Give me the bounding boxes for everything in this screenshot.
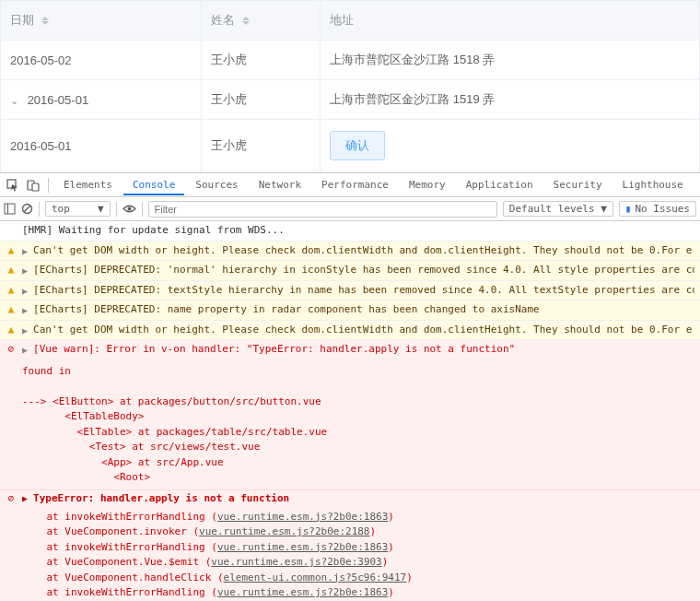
data-table: 日期 姓名 地址 2016-05-02 王小虎 上海市普陀区金沙江路 1518 …	[0, 0, 700, 172]
tab-memory[interactable]: Memory	[400, 174, 455, 195]
filter-input[interactable]	[148, 201, 497, 218]
log-message: [ECharts] DEPRECATED: name property in r…	[33, 302, 694, 318]
trace-line: at VueComponent.invoker (vue.runtime.esm…	[22, 524, 694, 540]
sort-icon[interactable]	[242, 17, 250, 25]
expand-arrow-icon[interactable]: ▶	[22, 342, 28, 357]
devtools-tabs: Elements Console Sources Network Perform…	[0, 173, 700, 197]
trace-location-link[interactable]: vue.runtime.esm.js?2b0e:3903	[211, 556, 381, 568]
error-icon: ⊘	[6, 492, 17, 504]
expand-arrow-icon[interactable]: ▶	[22, 323, 28, 337]
issues-label: No Issues	[635, 203, 690, 215]
log-error[interactable]: ⊘ ▶ TypeError: handler.apply is not a fu…	[0, 490, 700, 506]
device-toggle-icon[interactable]	[24, 176, 42, 194]
trace-line: at VueComponent.Vue.$emit (vue.runtime.e…	[22, 555, 694, 571]
header-label: 姓名	[211, 13, 235, 27]
trace-location-link[interactable]: element-ui.common.js?5c96:9417	[224, 572, 407, 583]
trace-line: at VueComponent.handleClick (element-ui.…	[22, 571, 694, 586]
console-toolbar: top ▼ Default levels ▼ ▮ No Issues	[0, 197, 700, 221]
cell-name: 王小虎	[211, 53, 247, 66]
log-warn[interactable]: ▲ ▶ [ECharts] DEPRECATED: name property …	[0, 300, 700, 321]
expand-arrow-icon[interactable]: ▶	[22, 263, 28, 277]
issues-button[interactable]: ▮ No Issues	[619, 201, 696, 217]
tab-performance[interactable]: Performance	[312, 174, 398, 195]
context-selector[interactable]: top ▼	[45, 201, 111, 217]
trace-fn: at VueComponent.handleClick (	[22, 572, 224, 583]
table-row[interactable]: 2016-05-01 王小虎 确认	[1, 120, 700, 172]
header-label: 地址	[330, 13, 354, 27]
trace-fn: at VueComponent.Vue.$emit (	[22, 556, 211, 568]
log-info[interactable]: [HMR] Waiting for update signal from WDS…	[0, 221, 700, 242]
trace-fn: at invokeWithErrorHandling (	[22, 511, 217, 523]
vue-error-body: found in ---> <ElButton> at packages/but…	[0, 360, 700, 490]
clear-console-icon[interactable]	[21, 203, 33, 215]
trace-fn: at VueComponent.invoker (	[22, 525, 199, 537]
log-warn[interactable]: ▲ ▶ [ECharts] DEPRECATED: textStyle hier…	[0, 281, 700, 301]
warn-icon: ▲	[6, 302, 17, 318]
tab-application[interactable]: Application	[457, 174, 542, 195]
svg-point-7	[127, 207, 131, 211]
trace-line: at invokeWithErrorHandling (vue.runtime.…	[22, 510, 694, 525]
trace-location-link[interactable]: vue.runtime.esm.js?2b0e:1863	[217, 586, 388, 598]
trace-location-link[interactable]: vue.runtime.esm.js?2b0e:1863	[217, 511, 388, 523]
tab-sources[interactable]: Sources	[186, 174, 247, 195]
error-icon: ⊘	[6, 342, 17, 358]
cell-date: 2016-05-01	[28, 93, 89, 107]
svg-line-6	[24, 206, 30, 212]
log-message: TypeError: handler.apply is not a functi…	[33, 492, 289, 504]
log-message: [Vue warn]: Error in v-on handler: "Type…	[33, 342, 694, 358]
expand-arrow-icon[interactable]: ▶	[22, 243, 28, 258]
tab-lighthouse[interactable]: Lighthouse	[613, 174, 693, 195]
console-body: [HMR] Waiting for update signal from WDS…	[0, 221, 700, 601]
divider	[48, 178, 49, 193]
tab-network[interactable]: Network	[250, 174, 310, 195]
devtools-panel: Elements Console Sources Network Perform…	[0, 172, 700, 601]
warn-icon: ▲	[6, 283, 17, 299]
cell-date: 2016-05-01	[10, 139, 72, 153]
trace-fn: at invokeWithErrorHandling (	[22, 586, 217, 598]
expand-arrow-icon[interactable]: ▶	[22, 492, 28, 503]
log-warn[interactable]: ▲ ▶ [ECharts] DEPRECATED: 'normal' hiera…	[0, 261, 700, 281]
trace-location-link[interactable]: vue.runtime.esm.js?2b0e:2188	[199, 525, 369, 537]
cell-name: 王小虎	[211, 138, 247, 152]
eye-icon[interactable]	[122, 203, 136, 215]
expand-toggle-icon[interactable]: ⌄	[10, 95, 18, 107]
divider	[142, 202, 143, 217]
trace-location-link[interactable]: vue.runtime.esm.js?2b0e:1863	[217, 541, 388, 553]
sidebar-toggle-icon[interactable]	[4, 203, 16, 215]
expand-arrow-icon[interactable]: ▶	[22, 283, 28, 298]
col-header-addr: 地址	[321, 1, 700, 41]
cell-date: 2016-05-02	[10, 53, 72, 67]
header-label: 日期	[10, 13, 34, 27]
warn-icon: ▲	[6, 243, 17, 259]
table-row[interactable]: ⌄ 2016-05-01 王小虎 上海市普陀区金沙江路 1519 弄	[1, 80, 700, 120]
warn-icon: ▲	[6, 263, 17, 278]
expand-arrow-icon[interactable]: ▶	[22, 302, 28, 317]
trace-line: at invokeWithErrorHandling (vue.runtime.…	[22, 540, 694, 556]
sort-icon[interactable]	[41, 17, 49, 25]
trace-line: at invokeWithErrorHandling (vue.runtime.…	[22, 585, 694, 601]
svg-rect-2	[32, 183, 39, 191]
col-header-name[interactable]: 姓名	[202, 1, 321, 41]
filter-wrapper	[148, 201, 497, 218]
log-message: [ECharts] DEPRECATED: 'normal' hierarchy…	[33, 263, 694, 278]
log-message: [HMR] Waiting for update signal from WDS…	[22, 223, 694, 239]
log-levels-selector[interactable]: Default levels ▼	[503, 201, 613, 217]
warn-icon: ▲	[6, 323, 17, 338]
divider	[116, 202, 117, 217]
inspect-icon[interactable]	[4, 176, 22, 194]
log-error[interactable]: ⊘ ▶ [Vue warn]: Error in v-on handler: "…	[0, 340, 700, 360]
tab-elements[interactable]: Elements	[54, 174, 122, 195]
tab-security[interactable]: Security	[544, 174, 612, 195]
divider	[39, 202, 40, 217]
log-warn[interactable]: ▲ ▶ Can't get DOM width or height. Pleas…	[0, 242, 700, 262]
table-row[interactable]: 2016-05-02 王小虎 上海市普陀区金沙江路 1518 弄	[1, 41, 700, 80]
log-warn[interactable]: ▲ ▶ Can't get DOM width or height. Pleas…	[0, 321, 700, 341]
confirm-button[interactable]: 确认	[330, 131, 385, 160]
trace-fn: at invokeWithErrorHandling (	[22, 541, 217, 553]
col-header-date[interactable]: 日期	[1, 1, 202, 41]
cell-addr: 上海市普陀区金沙江路 1518 弄	[330, 53, 495, 66]
log-message: [ECharts] DEPRECATED: textStyle hierarch…	[33, 283, 694, 299]
cell-name: 王小虎	[211, 92, 247, 106]
tab-console[interactable]: Console	[123, 174, 184, 195]
flag-icon: ▮	[625, 203, 632, 215]
